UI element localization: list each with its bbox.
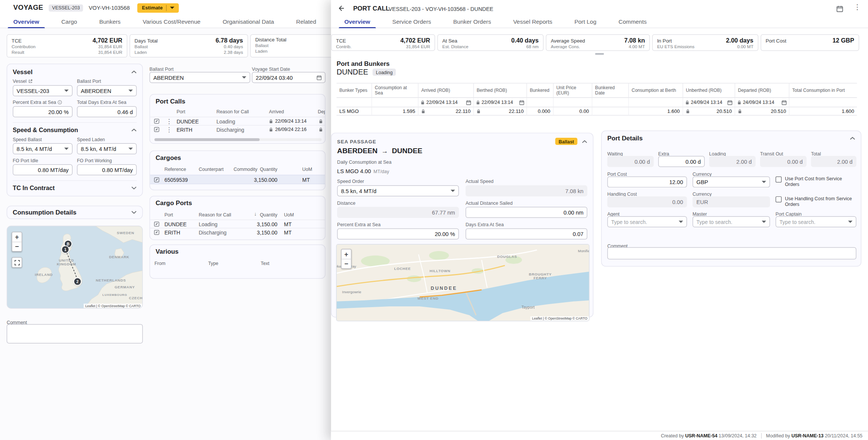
tab-port-log[interactable]: Port Log: [563, 15, 607, 27]
port-call-row[interactable]: ⋮ DUNDEE Loading 22/09/24 13:14: [150, 117, 326, 125]
tab-various-cost-revenue[interactable]: Various Cost/Revenue: [131, 15, 211, 27]
sea-passage-title: SEA PASSAGE: [337, 139, 376, 144]
map-label: LOCHEE: [394, 266, 411, 270]
agent-select[interactable]: [607, 216, 687, 227]
tab-cargo[interactable]: Cargo: [50, 15, 88, 27]
calendar-button[interactable]: [835, 4, 845, 14]
actual-distance-input[interactable]: 0.00 nm: [466, 207, 587, 218]
arrived-rob-cell[interactable]: 22.110: [419, 107, 474, 116]
tab-organisational-data[interactable]: Organisational Data: [211, 15, 285, 27]
master-select[interactable]: [692, 216, 770, 227]
port-call-row[interactable]: ⋮ ERITH Discharging 26/09/24 22:16: [150, 125, 326, 133]
speed-ballast-select[interactable]: 8.5 kn, 4 MT/d: [13, 143, 73, 154]
zoom-out-button[interactable]: −: [12, 242, 21, 251]
calendar-icon[interactable]: [316, 75, 321, 80]
tab-related[interactable]: Related: [285, 15, 327, 27]
fo-port-working-input[interactable]: 0.80 MT/day: [77, 164, 137, 175]
tab-service-orders[interactable]: Service Orders: [381, 15, 442, 27]
days-extra-at-sea-input[interactable]: 0.07: [466, 228, 587, 239]
edit-icon[interactable]: [154, 221, 159, 227]
speed-order-select[interactable]: 8.5 kn, 4 MT/d: [337, 185, 459, 196]
departed-rob-cell[interactable]: 20.510: [735, 107, 789, 116]
map-marker-2[interactable]: 2: [74, 278, 81, 285]
cargo-port-row[interactable]: DUNDEE Loading 3,150.00 MT: [150, 219, 326, 228]
sea-passage-map[interactable]: Dykes or Cray LOCHEE HILLTOWN DOUGLAS Mo…: [336, 244, 590, 321]
percent-extra-input[interactable]: 20.00 %: [13, 106, 73, 117]
open-in-new-icon[interactable]: [28, 79, 33, 84]
tab-pc-overview[interactable]: Overview: [333, 15, 381, 27]
port-cost-input[interactable]: 12.00: [607, 177, 687, 187]
map-label: Invergowrie: [342, 290, 361, 294]
loading-input: 2.00 d: [709, 156, 755, 167]
map-label: DOUGLAS: [497, 254, 517, 258]
voyage-route-map[interactable]: SWEDEN DENMARK UNITED KINGDOM IRELAND NE…: [7, 226, 143, 309]
horizontal-scrollbar[interactable]: [154, 138, 322, 141]
unberthed-rob-cell[interactable]: 20.510: [683, 107, 735, 116]
zoom-in-button[interactable]: +: [12, 232, 21, 242]
map-marker-1[interactable]: 1: [62, 246, 69, 253]
tab-vessel-reports[interactable]: Vessel Reports: [502, 15, 564, 27]
unberthed-date-field[interactable]: 24/09/24 13:14: [683, 98, 735, 107]
edit-icon[interactable]: [154, 177, 159, 183]
cargo-row[interactable]: 65059539 3,150.000 MT: [150, 175, 326, 184]
chevron-up-icon[interactable]: [582, 140, 587, 143]
estimate-button[interactable]: Estimate: [138, 3, 179, 12]
calendar-icon[interactable]: [519, 100, 524, 105]
chevron-up-icon[interactable]: [131, 70, 137, 74]
port-details-comment-input[interactable]: [607, 247, 856, 259]
edit-icon[interactable]: [154, 126, 159, 132]
master-input[interactable]: [696, 219, 761, 225]
port-captain-input[interactable]: [779, 219, 848, 225]
more-menu-icon[interactable]: ⋮: [854, 5, 861, 10]
total-days-extra-input[interactable]: 0.46 d: [77, 106, 137, 117]
calendar-icon[interactable]: [727, 100, 732, 105]
tab-bunker-orders[interactable]: Bunker Orders: [442, 15, 502, 27]
tab-comments[interactable]: Comments: [607, 15, 657, 27]
edit-icon[interactable]: [154, 118, 159, 124]
back-button[interactable]: [335, 3, 346, 14]
map-label: UNITED KINGDOM: [54, 258, 79, 266]
chevron-up-icon[interactable]: [131, 128, 137, 132]
berthed-date-field[interactable]: 22/09/24 13:14: [474, 98, 527, 107]
row-menu-icon[interactable]: ⋮: [166, 118, 172, 124]
fo-port-idle-input[interactable]: 0.80 MT/day: [13, 164, 73, 175]
voyage-comment-input[interactable]: [7, 324, 143, 343]
percent-extra-at-sea-input[interactable]: 20.00 %: [337, 228, 459, 239]
use-port-cost-checkbox-row[interactable]: Use Port Cost from Service Orders: [776, 176, 857, 187]
ballast-port-select[interactable]: ABERDEEN: [77, 85, 137, 96]
use-handling-cost-checkbox-row[interactable]: Use Handling Cost from Service Orders: [776, 196, 857, 207]
kpi-strip-resize-handle[interactable]: [595, 53, 604, 55]
edit-icon[interactable]: [154, 230, 159, 235]
various-title: Various: [156, 248, 179, 255]
speed-laden-select[interactable]: 8.5 kn, 4 MT/d: [77, 143, 137, 154]
tab-bunkers[interactable]: Bunkers: [88, 15, 131, 27]
calendar-icon[interactable]: [466, 100, 471, 105]
checkbox-icon[interactable]: [776, 196, 782, 202]
chevron-up-icon[interactable]: [850, 137, 856, 140]
distance-label: Distance: [337, 200, 459, 206]
vessel-select[interactable]: VESSEL-203: [13, 85, 73, 96]
scrollbar-thumb[interactable]: [154, 138, 260, 141]
currency-select[interactable]: GBP: [692, 177, 770, 187]
berthed-rob-cell[interactable]: 22.110: [474, 107, 527, 116]
row-menu-icon[interactable]: ⋮: [166, 126, 172, 132]
fullscreen-button[interactable]: [12, 257, 22, 268]
checkbox-icon[interactable]: [776, 177, 782, 183]
arrived-date-field[interactable]: 22/09/24 13:14: [419, 98, 474, 107]
agent-input[interactable]: [611, 219, 679, 225]
chevron-down-icon[interactable]: [131, 186, 137, 190]
zoom-in-button[interactable]: +: [342, 250, 351, 259]
port-calls-header: Port Reason for Call Arrived Departure: [150, 109, 326, 117]
chevron-down-icon[interactable]: [131, 211, 137, 214]
tab-overview[interactable]: Overview: [2, 15, 50, 27]
port-captain-select[interactable]: [776, 216, 857, 227]
mid-ballast-port-select[interactable]: ABERDEEN: [150, 72, 250, 83]
route-arrow-icon: →: [381, 147, 388, 155]
voyage-start-input[interactable]: 22/09/24 03:40: [252, 72, 326, 83]
calendar-icon[interactable]: [782, 100, 787, 105]
zoom-out-button[interactable]: −: [342, 259, 351, 268]
consumption-details-section[interactable]: Consumption Details: [7, 206, 143, 219]
extra-input[interactable]: 0.00 d: [658, 156, 704, 167]
cargo-port-row[interactable]: ERITH Discharging 3,150.00 MT: [150, 228, 326, 236]
departed-date-field[interactable]: 24/09/24 13:14: [735, 98, 789, 107]
